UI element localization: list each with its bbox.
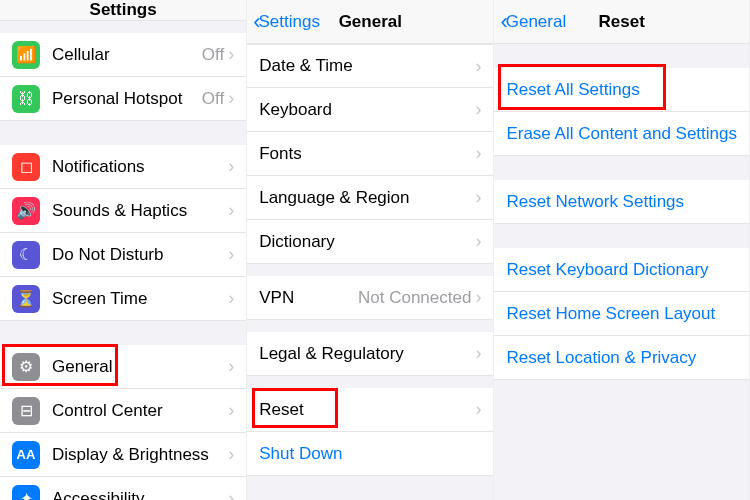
back-label: General — [506, 12, 566, 32]
label: Reset All Settings — [506, 80, 737, 100]
label: Keyboard — [259, 100, 475, 120]
general-list: Date & Time › Keyboard › Fonts › Languag… — [247, 44, 493, 476]
speaker-icon: 🔊 — [12, 197, 40, 225]
chevron-right-icon: › — [228, 88, 234, 109]
row-dnd[interactable]: ☾ Do Not Disturb › — [0, 233, 246, 277]
row-legal[interactable]: Legal & Regulatory › — [247, 332, 493, 376]
row-reset-home[interactable]: Reset Home Screen Layout — [494, 292, 749, 336]
hourglass-icon: ⏳ — [12, 285, 40, 313]
label: Display & Brightness — [52, 445, 228, 465]
row-reset-all[interactable]: Reset All Settings — [494, 68, 749, 112]
label: Cellular — [52, 45, 202, 65]
row-hotspot[interactable]: ⛓ Personal Hotspot Off › — [0, 77, 246, 121]
label: Dictionary — [259, 232, 475, 252]
row-cellular[interactable]: 📶 Cellular Off › — [0, 33, 246, 77]
toggles-icon: ⊟ — [12, 397, 40, 425]
chevron-right-icon: › — [228, 288, 234, 309]
row-erase-all[interactable]: Erase All Content and Settings — [494, 112, 749, 156]
chevron-right-icon: › — [228, 44, 234, 65]
row-screentime[interactable]: ⏳ Screen Time › — [0, 277, 246, 321]
chevron-right-icon: › — [228, 244, 234, 265]
chevron-right-icon: › — [475, 287, 481, 308]
detail: Off — [202, 89, 224, 109]
reset-header: ‹ General Reset — [494, 0, 749, 44]
row-reset-keyboard[interactable]: Reset Keyboard Dictionary — [494, 248, 749, 292]
label: Shut Down — [259, 444, 481, 464]
label: Date & Time — [259, 56, 475, 76]
row-reset-location[interactable]: Reset Location & Privacy — [494, 336, 749, 380]
chevron-right-icon: › — [475, 343, 481, 364]
general-header: ‹ Settings General — [247, 0, 493, 44]
back-to-general[interactable]: ‹ General — [500, 11, 566, 33]
row-datetime[interactable]: Date & Time › — [247, 44, 493, 88]
chevron-right-icon: › — [228, 200, 234, 221]
settings-header: Settings — [0, 0, 246, 21]
label: Legal & Regulatory — [259, 344, 475, 364]
label: Personal Hotspot — [52, 89, 202, 109]
label: Reset Location & Privacy — [506, 348, 737, 368]
moon-icon: ☾ — [12, 241, 40, 269]
reset-title: Reset — [599, 12, 645, 32]
label: Erase All Content and Settings — [506, 124, 737, 144]
chevron-right-icon: › — [475, 99, 481, 120]
chevron-right-icon: › — [475, 399, 481, 420]
label: Reset Home Screen Layout — [506, 304, 737, 324]
link-icon: ⛓ — [12, 85, 40, 113]
label: Reset Keyboard Dictionary — [506, 260, 737, 280]
settings-list: 📶 Cellular Off › ⛓ Personal Hotspot Off … — [0, 21, 246, 500]
row-display[interactable]: AA Display & Brightness › — [0, 433, 246, 477]
chevron-right-icon: › — [228, 156, 234, 177]
row-reset[interactable]: Reset › — [247, 388, 493, 432]
label: Language & Region — [259, 188, 475, 208]
chevron-right-icon: › — [228, 400, 234, 421]
label: Fonts — [259, 144, 475, 164]
row-sounds[interactable]: 🔊 Sounds & Haptics › — [0, 189, 246, 233]
detail: Off — [202, 45, 224, 65]
detail: Not Connected — [358, 288, 471, 308]
row-shutdown[interactable]: Shut Down — [247, 432, 493, 476]
chevron-right-icon: › — [475, 56, 481, 77]
row-general[interactable]: ⚙ General › — [0, 345, 246, 389]
chevron-right-icon: › — [228, 488, 234, 500]
label: Do Not Disturb — [52, 245, 228, 265]
row-vpn[interactable]: VPN Not Connected › — [247, 276, 493, 320]
row-language[interactable]: Language & Region › — [247, 176, 493, 220]
label: Reset Network Settings — [506, 192, 737, 212]
label: Notifications — [52, 157, 228, 177]
chevron-right-icon: › — [228, 356, 234, 377]
row-fonts[interactable]: Fonts › — [247, 132, 493, 176]
reset-pane: ‹ General Reset Reset All Settings Erase… — [494, 0, 750, 500]
row-dictionary[interactable]: Dictionary › — [247, 220, 493, 264]
row-control-center[interactable]: ⊟ Control Center › — [0, 389, 246, 433]
row-keyboard[interactable]: Keyboard › — [247, 88, 493, 132]
row-notifications[interactable]: ◻ Notifications › — [0, 145, 246, 189]
label: Reset — [259, 400, 475, 420]
text-size-icon: AA — [12, 441, 40, 469]
general-title: General — [339, 12, 402, 32]
back-label: Settings — [259, 12, 320, 32]
row-accessibility[interactable]: ✦ Accessibility › — [0, 477, 246, 500]
row-reset-network[interactable]: Reset Network Settings — [494, 180, 749, 224]
label: Screen Time — [52, 289, 228, 309]
settings-pane: Settings 📶 Cellular Off › ⛓ Personal Hot… — [0, 0, 247, 500]
gear-icon: ⚙ — [12, 353, 40, 381]
chevron-right-icon: › — [228, 444, 234, 465]
label: Control Center — [52, 401, 228, 421]
label: VPN — [259, 288, 358, 308]
general-pane: ‹ Settings General Date & Time › Keyboar… — [247, 0, 494, 500]
chevron-right-icon: › — [475, 187, 481, 208]
accessibility-icon: ✦ — [12, 485, 40, 501]
label: Accessibility — [52, 489, 228, 501]
chevron-right-icon: › — [475, 231, 481, 252]
back-to-settings[interactable]: ‹ Settings — [253, 11, 320, 33]
chevron-right-icon: › — [475, 143, 481, 164]
antenna-icon: 📶 — [12, 41, 40, 69]
notifications-icon: ◻ — [12, 153, 40, 181]
label: General — [52, 357, 228, 377]
settings-title: Settings — [90, 0, 157, 20]
label: Sounds & Haptics — [52, 201, 228, 221]
reset-list: Reset All Settings Erase All Content and… — [494, 44, 749, 404]
